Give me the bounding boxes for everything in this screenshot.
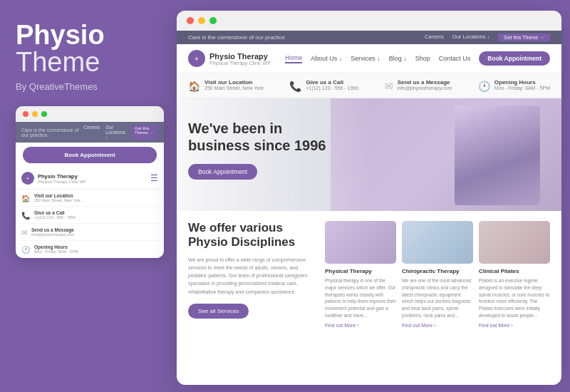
right-browser-bar xyxy=(177,11,561,31)
mini-info-email: ✉ Send us a Message info@physiotherapy.c… xyxy=(16,224,164,241)
site-logo-circle: + xyxy=(188,50,205,67)
site-card-chiro: Chiropractic Therapy We are one of the m… xyxy=(402,221,473,328)
site-hero-person xyxy=(455,105,540,205)
site-card-img-chiro xyxy=(402,221,473,264)
mini-hours-title: Opening Hours xyxy=(34,244,78,249)
site-info-hours: 🕐 Opening Hours Mon - Friday: 8AM - 5PM xyxy=(478,79,550,92)
nav-services[interactable]: Services ↓ xyxy=(351,55,380,62)
brand-physio: Physio xyxy=(16,21,161,48)
site-find-more-chiro[interactable]: Find out More › xyxy=(402,323,473,328)
site-see-all-button[interactable]: See all Services xyxy=(188,304,249,319)
site-email-icon: ✉ xyxy=(385,81,393,92)
site-card-img-pilates xyxy=(479,221,550,264)
mini-email-sub: info@physiotherapy.com xyxy=(31,232,74,237)
mini-phone-title: Give us a Call xyxy=(34,210,76,215)
brand-by: By QreativeThemes xyxy=(16,81,161,92)
nav-home[interactable]: Home xyxy=(285,54,302,63)
site-hero-person-body xyxy=(455,105,540,205)
site-card-physical: Physical Therapy Physical therapy is one… xyxy=(325,221,396,328)
site-logo: + Physio Therapy Physical Therapy Clinic… xyxy=(188,50,271,67)
mini-book-button[interactable]: Book Appointment xyxy=(23,147,157,163)
site-find-more-physical[interactable]: Find out More › xyxy=(325,323,396,328)
site-card-img-physical xyxy=(325,221,396,264)
email-icon: ✉ xyxy=(21,229,27,237)
right-browser: Care is the cornerstone of our practice … xyxy=(177,11,561,385)
mini-link-careers[interactable]: Careers xyxy=(83,125,100,140)
mini-hours-sub: Mon - Friday: 8AM - 5PM xyxy=(34,249,78,254)
site-email-label: Send us a Message xyxy=(398,79,452,86)
site-clock-icon: 🕐 xyxy=(478,81,490,92)
mini-logo-circle: + xyxy=(21,172,34,185)
mini-email-title: Send us a Message xyxy=(31,227,74,232)
site-logo-sub: Physical Therapy Clinic WP xyxy=(209,61,271,66)
site-email-val: info@physiotherapy.com xyxy=(398,86,452,91)
mini-logo-text: Physio Therapy Physical Therapy Clinic W… xyxy=(38,173,86,184)
site-get-theme-btn[interactable]: Get this Theme → xyxy=(498,33,550,41)
site-location-val: 250 Main Street, New York xyxy=(204,86,264,91)
site-card-title-physical: Physical Therapy xyxy=(325,268,396,274)
site-hero: We've been in business since 1996 Book A… xyxy=(177,98,561,211)
site-cards: Physical Therapy Physical therapy is one… xyxy=(325,221,550,328)
site-top-bar: Care is the cornerstone of our practice … xyxy=(177,31,561,44)
site-top-bar-text: Care is the cornerstone of our practice xyxy=(188,34,285,41)
site-find-more-pilates[interactable]: Find out More › xyxy=(479,323,550,328)
nav-about[interactable]: About Us ↓ xyxy=(311,55,342,62)
nav-contact[interactable]: Contact Us xyxy=(439,55,471,62)
site-logo-text: Physio Therapy Physical Therapy Clinic W… xyxy=(209,52,271,66)
site-phone-icon: 📞 xyxy=(289,81,301,92)
site-hero-book-button[interactable]: Book Appointment xyxy=(188,164,257,180)
mini-info-phone: 📞 Give us a Call +1(12) 123 - 556 - 7890 xyxy=(16,207,164,224)
mini-link-locations[interactable]: Our Locations ↓ xyxy=(105,125,125,140)
site-offer-text: We are proud to offer a wide range of co… xyxy=(188,256,316,296)
nav-blog[interactable]: Blog ↓ xyxy=(389,55,407,62)
mini-top-bar: Care is the cornerstone of our practice … xyxy=(16,122,164,143)
clock-icon: 🕐 xyxy=(21,246,30,254)
mini-get-theme[interactable]: Get this Theme → xyxy=(131,125,158,140)
rdot-yellow xyxy=(198,17,205,24)
site-card-text-physical: Physical therapy is one of the major ser… xyxy=(325,277,396,319)
left-panel: Physio Theme By QreativeThemes Care is t… xyxy=(0,0,177,392)
dot-yellow xyxy=(32,111,38,117)
site-hero-title: We've been in business since 1996 xyxy=(188,120,331,154)
site-card-title-pilates: Clinical Pilates xyxy=(479,268,550,274)
dot-green xyxy=(41,111,47,117)
site-card-text-chiro: We are one of the most advanced chiropra… xyxy=(402,277,473,319)
site-main: We offer various Physio Disciplines We a… xyxy=(177,211,561,338)
rdot-red xyxy=(187,17,194,24)
dot-red xyxy=(23,111,28,117)
site-careers-link[interactable]: Careers xyxy=(425,33,444,41)
mini-top-bar-text: Care is the cornerstone of our practice xyxy=(21,128,83,138)
mini-browser: Care is the cornerstone of our practice … xyxy=(16,106,164,258)
location-icon: 🏠 xyxy=(21,195,30,202)
site-card-pilates: Clinical Pilates Pilates is an exercise … xyxy=(479,221,550,328)
mini-header: + Physio Therapy Physical Therapy Clinic… xyxy=(16,167,164,190)
mini-logo-sub: Physical Therapy Clinic WP xyxy=(38,180,86,184)
site-location-icon: 🏠 xyxy=(188,81,200,92)
site-top-links: Careers Our Locations ↓ Get this Theme → xyxy=(425,33,550,41)
site-nav-links: Home About Us ↓ Services ↓ Blog ↓ Shop C… xyxy=(285,51,550,66)
mini-phone-sub: +1(12) 123 - 556 - 7890 xyxy=(34,215,76,220)
nav-shop[interactable]: Shop xyxy=(415,55,430,62)
site-offer-title: We offer various Physio Disciplines xyxy=(188,221,316,250)
site-locations-link[interactable]: Our Locations ↓ xyxy=(452,33,490,41)
mini-info-hours: 🕐 Opening Hours Mon - Friday: 8AM - 5PM xyxy=(16,241,164,258)
mini-browser-bar xyxy=(16,106,164,122)
hamburger-icon[interactable]: ☰ xyxy=(150,173,158,183)
site-logo-name: Physio Therapy xyxy=(209,52,271,61)
mini-logo-name: Physio Therapy xyxy=(38,173,86,180)
site-card-title-chiro: Chiropractic Therapy xyxy=(402,268,473,274)
mini-location-sub: 250 Main Street, New York xyxy=(34,198,81,202)
site-info-location: 🏠 Visit our Location 250 Main Street, Ne… xyxy=(188,79,264,92)
site-card-text-pilates: Pilates is an exercise regime designed t… xyxy=(479,277,550,319)
site-info-strip: 🏠 Visit our Location 250 Main Street, Ne… xyxy=(177,73,561,98)
mini-top-bar-links: Careers Our Locations ↓ Get this Theme → xyxy=(83,125,158,140)
rdot-green xyxy=(209,17,217,24)
phone-icon: 📞 xyxy=(21,212,30,220)
site-phone-val: +1(12) 123 - 556 - 1990 xyxy=(306,86,358,91)
mini-location-title: Visit our Location xyxy=(34,193,81,198)
nav-book-button[interactable]: Book Appointment xyxy=(479,51,550,66)
site-hours-val: Mon - Friday: 8AM - 5PM xyxy=(494,86,550,91)
site-info-phone: 📞 Give us a Call +1(12) 123 - 556 - 1990 xyxy=(289,79,358,92)
mini-info-location: 🏠 Visit our Location 250 Main Street, Ne… xyxy=(16,190,164,207)
site-hero-content: We've been in business since 1996 Book A… xyxy=(188,120,331,180)
